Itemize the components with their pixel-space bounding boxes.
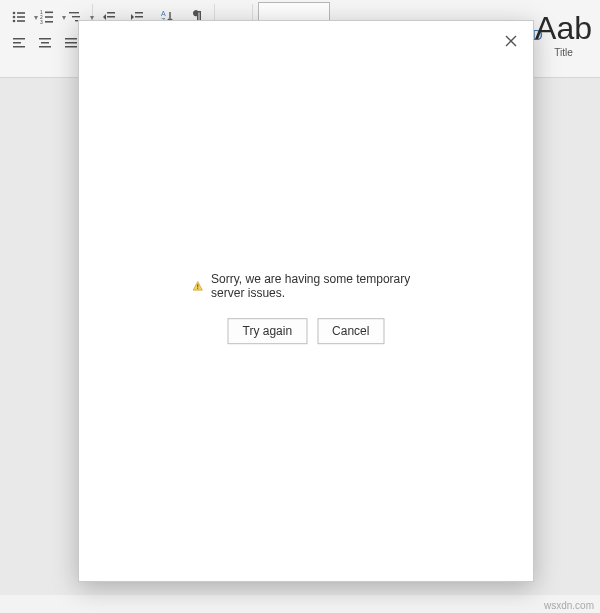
svg-rect-9 <box>45 16 53 18</box>
svg-rect-5 <box>17 20 25 22</box>
error-dialog: Sorry, we are having some temporary serv… <box>78 20 534 582</box>
error-message-row: Sorry, we are having some temporary serv… <box>193 272 420 300</box>
svg-rect-1 <box>17 12 25 14</box>
style-item-title[interactable]: Aab Title <box>535 4 592 64</box>
warning-icon <box>193 279 204 293</box>
numbering-icon[interactable]: 123 ▾ <box>36 6 58 28</box>
error-message: Sorry, we are having some temporary serv… <box>211 272 419 300</box>
svg-rect-28 <box>39 46 51 48</box>
svg-rect-7 <box>45 12 53 14</box>
close-button[interactable] <box>499 29 523 53</box>
svg-rect-31 <box>65 46 77 48</box>
svg-point-4 <box>13 20 16 23</box>
title-label: Title <box>554 47 573 58</box>
svg-rect-27 <box>41 42 49 44</box>
svg-rect-25 <box>13 46 25 48</box>
try-again-button[interactable]: Try again <box>228 318 308 344</box>
align-left-icon[interactable] <box>8 32 30 54</box>
svg-rect-18 <box>135 12 143 14</box>
svg-rect-29 <box>65 38 77 40</box>
cancel-button[interactable]: Cancel <box>317 318 384 344</box>
svg-point-2 <box>13 16 16 19</box>
watermark: wsxdn.com <box>544 600 594 611</box>
svg-rect-24 <box>13 42 21 44</box>
svg-rect-12 <box>69 12 79 13</box>
svg-rect-26 <box>39 38 51 40</box>
svg-rect-33 <box>197 288 198 289</box>
svg-rect-11 <box>45 21 53 23</box>
svg-rect-23 <box>13 38 25 40</box>
svg-rect-30 <box>65 42 77 44</box>
align-center-icon[interactable] <box>34 32 56 54</box>
svg-rect-3 <box>17 16 25 18</box>
svg-rect-19 <box>135 16 143 18</box>
svg-rect-32 <box>197 284 198 287</box>
bullets-icon[interactable]: ▾ <box>8 6 30 28</box>
title-sample: Aab <box>535 10 592 47</box>
svg-text:3: 3 <box>40 19 43 25</box>
svg-rect-15 <box>107 12 115 14</box>
svg-rect-13 <box>72 16 80 17</box>
dialog-button-row: Try again Cancel <box>228 318 385 344</box>
svg-text:A: A <box>161 10 166 17</box>
svg-rect-16 <box>107 16 115 18</box>
svg-point-0 <box>13 12 16 15</box>
